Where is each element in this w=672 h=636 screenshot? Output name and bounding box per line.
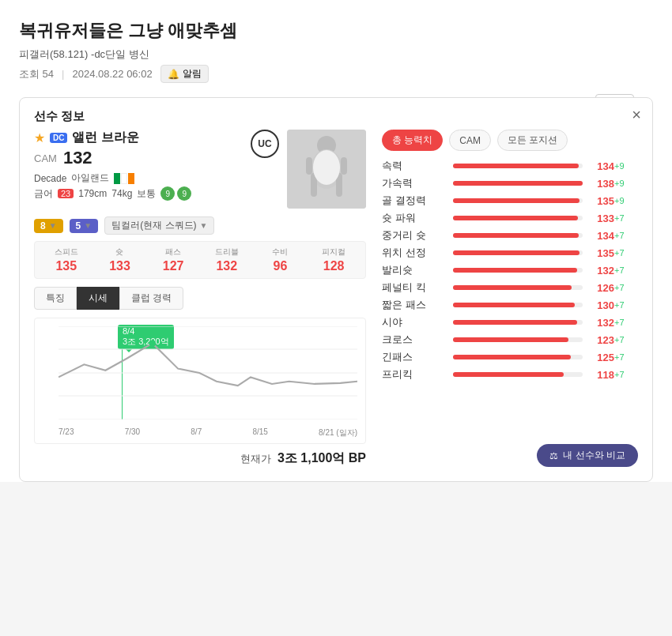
formation-btn-1[interactable]: 8 ▼ <box>34 219 63 233</box>
team-name: 팀컬러(현재 스쿼드) ▼ <box>104 216 214 235</box>
ability-row: 속력 134 +9 <box>382 159 638 173</box>
ability-tab-모든 포지션[interactable]: 모든 포지션 <box>497 130 568 151</box>
ability-bar-wrap <box>453 164 583 168</box>
ability-name: 속력 <box>382 159 445 173</box>
formation-btn-2[interactable]: 5 ▼ <box>70 219 99 233</box>
close-button[interactable]: × <box>632 106 641 124</box>
ability-bonus: +7 <box>614 370 638 379</box>
ability-bar-wrap <box>453 303 583 307</box>
ability-row: 페널티 킥 126 +7 <box>382 280 638 295</box>
dc-badge: DC <box>50 133 67 143</box>
ability-name: 위치 선정 <box>382 246 445 260</box>
chart-svg <box>59 326 357 420</box>
ability-bar <box>453 372 564 377</box>
ability-value: 132 <box>591 265 614 277</box>
ability-tabs: 총 능력치CAM모든 포지션 <box>382 130 638 151</box>
ability-bar-wrap <box>453 216 583 220</box>
ability-value: 130 <box>591 299 614 311</box>
decade-label: Decade <box>34 173 66 184</box>
ability-row: 중거리 슛 134 +7 <box>382 228 638 243</box>
stat-item: 수비 96 <box>255 246 306 273</box>
ability-bar-wrap <box>453 181 583 186</box>
ability-row: 가속력 138 +9 <box>382 176 638 190</box>
ability-name: 가속력 <box>382 176 445 190</box>
ability-bonus: +7 <box>614 300 638 310</box>
ability-value: 133 <box>591 213 614 224</box>
stat-value: 96 <box>274 259 288 273</box>
chart-x-labels: 7/237/308/78/158/21 (일자) <box>59 427 357 438</box>
ability-row: 크로스 123 +7 <box>382 333 638 347</box>
tab-특징[interactable]: 특징 <box>34 287 77 310</box>
tab-클럽 경력[interactable]: 클럽 경력 <box>119 287 183 310</box>
post-title: 복귀유저들은 그냥 애맞추셈 <box>19 19 653 43</box>
ability-name: 시야 <box>382 315 445 329</box>
ability-bonus: +7 <box>614 335 638 344</box>
skill-icon-1: 9 <box>160 186 175 201</box>
alarm-button[interactable]: 🔔 알림 <box>160 65 209 83</box>
ability-name: 크로스 <box>382 333 445 347</box>
card-title: 선수 정보 <box>34 109 85 122</box>
ability-bar-wrap <box>453 355 583 359</box>
ability-name: 골 결정력 <box>382 194 445 208</box>
ability-bar <box>453 181 583 186</box>
ability-bar <box>453 164 579 168</box>
ability-bonus: +7 <box>614 352 638 362</box>
ability-name: 중거리 슛 <box>382 228 445 243</box>
ability-bar <box>453 268 577 273</box>
ability-tab-CAM[interactable]: CAM <box>449 130 491 151</box>
chart-date-label: 8/21 (일자) <box>319 427 357 438</box>
chart-date-label: 8/7 <box>191 427 202 438</box>
ability-row: 긴패스 125 +7 <box>382 350 638 364</box>
ability-row: 짧은 패스 130 +7 <box>382 298 638 312</box>
player-image <box>287 130 366 209</box>
ability-bonus: +7 <box>614 231 638 240</box>
bell-icon: 🔔 <box>168 69 179 80</box>
ability-bonus: +7 <box>614 213 638 223</box>
ability-bar-wrap <box>453 268 583 273</box>
post-views: 조회 54 <box>19 67 54 81</box>
stat-label: 드리블 <box>215 246 239 258</box>
svg-rect-6 <box>341 157 347 175</box>
compare-button[interactable]: ⚖ 내 선수와 비교 <box>537 444 638 467</box>
ability-bar <box>453 303 575 307</box>
current-price-label: 현재가 <box>240 452 271 466</box>
ability-bar <box>453 285 572 290</box>
stat-item: 스피드 135 <box>41 246 92 273</box>
ability-bar <box>453 337 568 342</box>
post-gallery: 피갤러(58.121) <box>19 48 88 60</box>
ability-row: 시야 132 +7 <box>382 315 638 329</box>
ability-tab-총 능력치[interactable]: 총 능력치 <box>382 130 443 151</box>
club-logo: UC <box>251 130 279 158</box>
ability-bar <box>453 250 580 255</box>
ability-bonus: +9 <box>614 161 638 171</box>
ability-bonus: +7 <box>614 283 638 292</box>
chart-date-label: 7/23 <box>59 427 74 438</box>
ability-name: 짧은 패스 <box>382 298 445 312</box>
stat-item: 슛 133 <box>95 246 145 273</box>
ability-bar <box>453 355 571 359</box>
star-icon: ★ <box>34 130 45 145</box>
chevron-down-icon-2: ▼ <box>84 221 92 230</box>
divider: | <box>62 68 64 80</box>
alarm-label: 알림 <box>183 67 202 81</box>
ability-bar-wrap <box>453 372 583 377</box>
ability-name: 프리킥 <box>382 367 445 382</box>
ability-name: 슛 파워 <box>382 211 445 225</box>
ability-bonus: +7 <box>614 248 638 258</box>
ability-value: 135 <box>591 195 614 207</box>
ability-bar-wrap <box>453 198 583 203</box>
ability-bar-wrap <box>453 320 583 325</box>
position-label: CAM <box>34 152 57 164</box>
height-label: 179cm <box>78 188 107 199</box>
stat-label: 수비 <box>272 246 288 258</box>
ability-bonus: +7 <box>614 318 638 327</box>
stat-value: 128 <box>323 259 345 273</box>
ability-bar <box>453 216 578 220</box>
ability-bar-wrap <box>453 285 583 290</box>
chevron-down-icon: ▼ <box>49 221 57 230</box>
weight-label: 74kg <box>111 188 132 199</box>
ireland-flag <box>114 173 134 184</box>
ability-row: 프리킥 118 +7 <box>382 367 638 382</box>
tab-시세[interactable]: 시세 <box>77 287 119 310</box>
ability-bonus: +7 <box>614 265 638 275</box>
